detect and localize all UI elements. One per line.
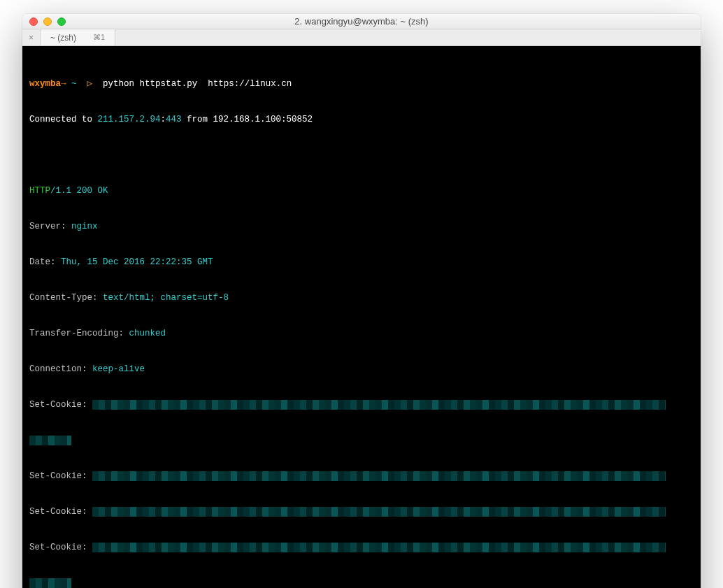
header-date: Date: Thu, 15 Dec 2016 22:22:35 GMT bbox=[29, 257, 694, 268]
window-title: 2. wangxingyu@wxymba: ~ (zsh) bbox=[22, 16, 701, 27]
prompt-line-1: wxymba→ ~ ▷ python httpstat.py https://l… bbox=[29, 78, 694, 90]
tab-shortcut: ⌘1 bbox=[93, 33, 105, 42]
traffic-lights bbox=[22, 17, 66, 26]
terminal-viewport[interactable]: wxymba→ ~ ▷ python httpstat.py https://l… bbox=[22, 46, 701, 588]
redacted-value bbox=[92, 543, 666, 552]
redacted-line bbox=[29, 578, 694, 588]
header-connection: Connection: keep-alive bbox=[29, 364, 694, 375]
prompt-path: ~ bbox=[71, 79, 77, 89]
redacted-value bbox=[29, 436, 71, 445]
redacted-value bbox=[92, 400, 666, 410]
tab-label: ~ (zsh) bbox=[50, 33, 76, 43]
tab-zsh[interactable]: ~ (zsh) ⌘1 bbox=[41, 29, 115, 45]
redacted-value bbox=[92, 507, 666, 517]
prompt-symbol-icon: ▷ bbox=[87, 79, 93, 89]
terminal-window: 2. wangxingyu@wxymba: ~ (zsh) × ~ (zsh) … bbox=[22, 14, 701, 588]
header-set-cookie-3: Set-Cookie: bbox=[29, 506, 694, 518]
header-content-type: Content-Type: text/html; charset=utf-8 bbox=[29, 292, 694, 304]
header-set-cookie-1: Set-Cookie: bbox=[29, 399, 694, 411]
header-transfer-encoding: Transfer-Encoding: chunked bbox=[29, 328, 694, 340]
tab-close-button[interactable]: × bbox=[22, 29, 41, 45]
http-status-line: HTTP/1.1 200 OK bbox=[29, 185, 694, 197]
redacted-value bbox=[92, 471, 666, 481]
close-icon[interactable] bbox=[29, 17, 38, 26]
maximize-icon[interactable] bbox=[57, 17, 66, 26]
titlebar[interactable]: 2. wangxingyu@wxymba: ~ (zsh) bbox=[22, 14, 701, 29]
connected-line: Connected to 211.157.2.94:443 from 192.1… bbox=[29, 114, 694, 126]
tab-bar: × ~ (zsh) ⌘1 bbox=[22, 29, 701, 46]
header-set-cookie-2: Set-Cookie: bbox=[29, 471, 694, 482]
minimize-icon[interactable] bbox=[43, 17, 52, 26]
header-set-cookie-4: Set-Cookie: bbox=[29, 542, 694, 554]
redacted-line bbox=[29, 435, 694, 447]
command-text: python httpstat.py https://linux.cn bbox=[103, 79, 292, 89]
redacted-value bbox=[29, 578, 71, 588]
prompt-host: wxymba→ bbox=[29, 79, 66, 89]
header-server: Server: nginx bbox=[29, 221, 694, 233]
